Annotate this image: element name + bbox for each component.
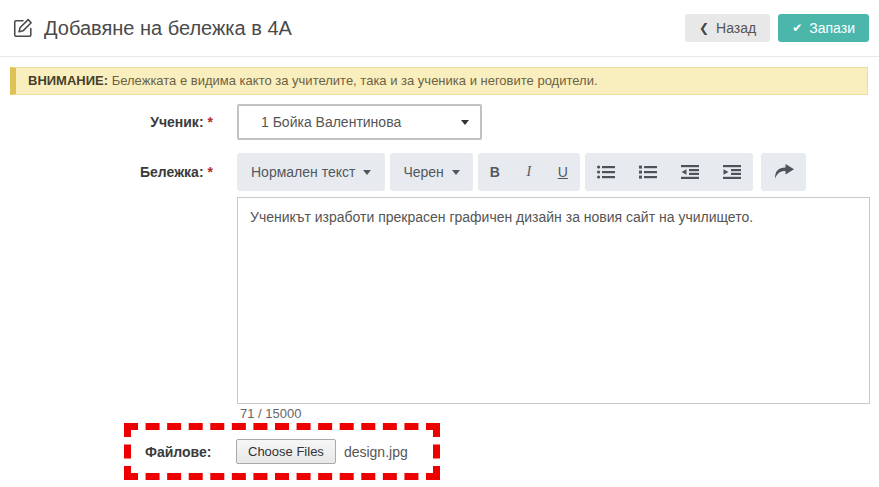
files-label: Файлове: bbox=[145, 444, 236, 460]
student-label: Ученик:* bbox=[0, 114, 237, 130]
note-editor: Нормален текст Черен B I U bbox=[237, 153, 870, 421]
indent-icon bbox=[723, 165, 741, 179]
file-name: design.jpg bbox=[344, 444, 408, 460]
editor-toolbar: Нормален текст Черен B I U bbox=[237, 153, 870, 191]
chevron-down-icon bbox=[461, 120, 469, 125]
note-label: Бележка:* bbox=[0, 153, 237, 180]
paragraph-style-group: Нормален текст bbox=[237, 153, 385, 191]
note-textarea[interactable]: Ученикът изработи прекрасен графичен диз… bbox=[237, 197, 870, 404]
ordered-list-icon bbox=[639, 165, 657, 179]
italic-button[interactable]: I bbox=[512, 153, 546, 191]
text-color-label: Черен bbox=[403, 164, 443, 180]
unordered-list-icon bbox=[597, 165, 615, 179]
text-color-dropdown[interactable]: Черен bbox=[390, 153, 472, 191]
format-group: B I U bbox=[478, 153, 580, 191]
page-header: Добавяне на бележка в 4А ❮ Назад ✔ Запаз… bbox=[0, 0, 879, 57]
back-button-label: Назад bbox=[716, 21, 756, 35]
chevron-down-icon bbox=[452, 170, 460, 175]
save-button[interactable]: ✔ Запази bbox=[778, 14, 869, 42]
page-title: Добавяне на бележка в 4А bbox=[12, 17, 292, 40]
bold-button[interactable]: B bbox=[478, 153, 512, 191]
redo-group bbox=[761, 153, 806, 191]
student-select-value: 1 Бойка Валентинова bbox=[261, 114, 401, 130]
edit-note-icon bbox=[12, 17, 34, 39]
warning-banner: ВНИМАНИЕ: Бележката е видима както за уч… bbox=[10, 67, 868, 95]
warning-text: Бележката е видима както за учителите, т… bbox=[112, 73, 598, 88]
required-asterisk: * bbox=[208, 164, 213, 180]
required-asterisk: * bbox=[208, 114, 213, 130]
indent-button[interactable] bbox=[711, 153, 753, 191]
back-button[interactable]: ❮ Назад bbox=[685, 14, 770, 42]
paragraph-style-label: Нормален текст bbox=[251, 164, 355, 180]
list-group bbox=[585, 153, 753, 191]
text-color-group: Черен bbox=[390, 153, 472, 191]
choose-files-button[interactable]: Choose Files bbox=[236, 439, 336, 464]
page-title-text: Добавяне на бележка в 4А bbox=[44, 17, 292, 40]
char-count: 71 / 15000 bbox=[237, 406, 870, 421]
chevron-left-icon: ❮ bbox=[699, 22, 709, 34]
chevron-down-icon bbox=[363, 170, 371, 175]
student-row: Ученик:* 1 Бойка Валентинова bbox=[0, 104, 879, 140]
header-buttons: ❮ Назад ✔ Запази bbox=[685, 14, 869, 42]
warning-label: ВНИМАНИЕ: bbox=[28, 73, 108, 88]
files-row-annotation: Файлове: Choose Files design.jpg bbox=[124, 423, 440, 480]
paragraph-style-dropdown[interactable]: Нормален текст bbox=[237, 153, 385, 191]
redo-arrow-icon bbox=[773, 164, 794, 180]
checkmark-icon: ✔ bbox=[792, 22, 802, 34]
note-row: Бележка:* Нормален текст Черен B I U bbox=[0, 153, 879, 421]
underline-button[interactable]: U bbox=[546, 153, 580, 191]
outdent-icon bbox=[681, 165, 699, 179]
outdent-button[interactable] bbox=[669, 153, 711, 191]
ordered-list-button[interactable] bbox=[627, 153, 669, 191]
save-button-label: Запази bbox=[809, 21, 855, 35]
student-select[interactable]: 1 Бойка Валентинова bbox=[237, 104, 482, 140]
redo-button[interactable] bbox=[761, 153, 806, 191]
file-input: Choose Files design.jpg bbox=[236, 439, 408, 464]
unordered-list-button[interactable] bbox=[585, 153, 627, 191]
